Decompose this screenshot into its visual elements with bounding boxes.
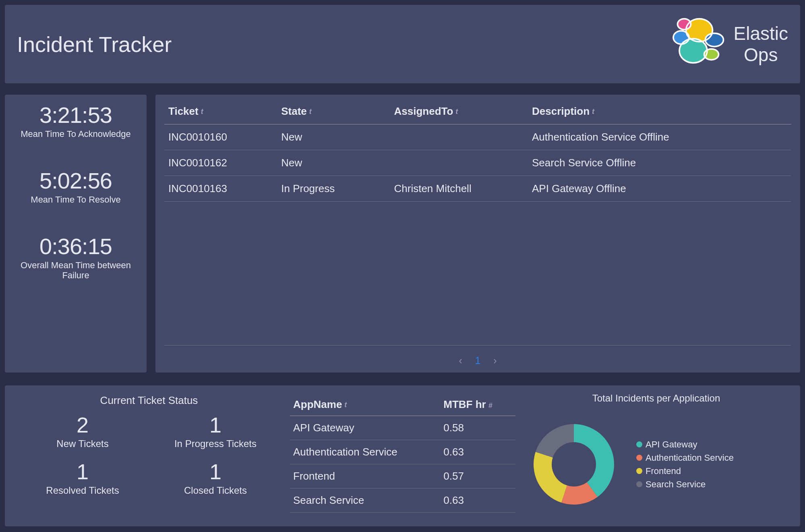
elastic-logo-icon <box>666 13 726 75</box>
stat-label: Resolved Tickets <box>16 485 149 496</box>
legend-item[interactable]: API Gateway <box>636 438 734 451</box>
table-row[interactable]: API Gateway 0.58 <box>290 416 515 440</box>
cell-assigned <box>390 150 528 176</box>
table-row[interactable]: Search Service 0.63 <box>290 489 515 513</box>
cell-ticket: INC0010163 <box>164 176 277 202</box>
cell-ticket: INC0010160 <box>164 124 277 150</box>
col-state[interactable]: Statet <box>277 98 390 124</box>
cell-assigned: Christen Mitchell <box>390 176 528 202</box>
cell-state: New <box>277 150 390 176</box>
page-title: Incident Tracker <box>17 32 666 57</box>
legend-label: Search Service <box>646 478 706 491</box>
legend-swatch-icon <box>636 468 642 474</box>
stat-number: 1 <box>16 459 149 484</box>
metric-mtta: 3:21:53 Mean Time To Acknowledge <box>5 102 147 139</box>
pager-prev-icon[interactable]: ‹ <box>453 354 468 366</box>
ticket-status-title: Current Ticket Status <box>16 391 282 408</box>
stat-label: In Progress Tickets <box>149 438 282 449</box>
pager: ‹ 1 › <box>164 351 791 368</box>
col-assigned[interactable]: AssignedTot <box>390 98 528 124</box>
stat-inprogress-tickets: 1 In Progress Tickets <box>149 412 282 449</box>
cell-mtbf: 0.63 <box>440 440 515 464</box>
stat-number: 1 <box>149 412 282 437</box>
cell-app: Search Service <box>290 489 440 513</box>
col-description[interactable]: Descriptiont <box>528 98 791 124</box>
cell-assigned <box>390 124 528 150</box>
metric-mtbf: 0:36:15 Overall Mean Time between Failur… <box>5 233 147 281</box>
stat-resolved-tickets: 1 Resolved Tickets <box>16 459 149 496</box>
mtbf-label: Overall Mean Time between Failure <box>5 260 147 281</box>
legend-swatch-icon <box>636 481 642 487</box>
tickets-table: Tickett Statet AssignedTot Descriptiont <box>164 98 791 202</box>
ticket-status-box: Current Ticket Status 2 New Tickets 1 In… <box>16 391 282 521</box>
brand-line1: Elastic <box>734 23 788 44</box>
stat-number: 1 <box>149 459 282 484</box>
donut-chart-icon <box>524 414 624 515</box>
legend-label: API Gateway <box>646 438 697 451</box>
brand-block: Elastic Ops <box>666 13 788 75</box>
cell-desc: Authentication Service Offline <box>528 124 791 150</box>
brand-line2: Ops <box>734 44 788 66</box>
mttr-label: Mean Time To Resolve <box>5 195 147 205</box>
brand-text: Elastic Ops <box>734 23 788 66</box>
number-type-icon: # <box>488 402 493 410</box>
legend-item[interactable]: Search Service <box>636 478 734 491</box>
header-panel: Incident Tracker <box>5 5 800 83</box>
table-row[interactable]: Frontend 0.57 <box>290 464 515 489</box>
donut-box: Total Incidents per Application API Gate… <box>524 391 789 521</box>
mtta-value: 3:21:53 <box>5 102 147 128</box>
table-spacer <box>164 202 791 346</box>
text-type-icon: t <box>344 401 347 409</box>
mtbf-table: AppNamet MTBF hr# API Gateway 0.58 Authe… <box>290 393 515 513</box>
table-row[interactable]: Authentication Service 0.63 <box>290 440 515 464</box>
pager-next-icon[interactable]: › <box>488 354 503 366</box>
table-row[interactable]: INC0010160 New Authentication Service Of… <box>164 124 791 150</box>
metric-mttr: 5:02:56 Mean Time To Resolve <box>5 168 147 205</box>
cell-desc: API Gateway Offline <box>528 176 791 202</box>
col-appname[interactable]: AppNamet <box>290 393 440 416</box>
cell-app: Authentication Service <box>290 440 440 464</box>
mtbf-table-box: AppNamet MTBF hr# API Gateway 0.58 Authe… <box>290 391 515 521</box>
cell-state: New <box>277 124 390 150</box>
cell-app: Frontend <box>290 464 440 489</box>
dashboard-page: Incident Tracker <box>0 0 805 532</box>
cell-mtbf: 0.58 <box>440 416 515 440</box>
donut-title: Total Incidents per Application <box>524 391 789 408</box>
legend-item[interactable]: Authentication Service <box>636 451 734 464</box>
table-row[interactable]: INC0010163 In Progress Christen Mitchell… <box>164 176 791 202</box>
cell-desc: Search Service Offline <box>528 150 791 176</box>
legend-swatch-icon <box>636 441 642 447</box>
table-row[interactable]: INC0010162 New Search Service Offline <box>164 150 791 176</box>
svg-point-12 <box>552 442 596 486</box>
stat-closed-tickets: 1 Closed Tickets <box>149 459 282 496</box>
stat-new-tickets: 2 New Tickets <box>16 412 149 449</box>
cell-mtbf: 0.63 <box>440 489 515 513</box>
tickets-header-row: Tickett Statet AssignedTot Descriptiont <box>164 98 791 124</box>
mtta-label: Mean Time To Acknowledge <box>5 129 147 139</box>
metrics-panel: 3:21:53 Mean Time To Acknowledge 5:02:56… <box>5 95 147 373</box>
tickets-panel: Tickett Statet AssignedTot Descriptiont <box>155 95 800 373</box>
pager-current-page[interactable]: 1 <box>471 354 484 366</box>
donut-legend: API Gateway Authentication Service Front… <box>636 438 734 491</box>
bottom-panel: Current Ticket Status 2 New Tickets 1 In… <box>5 385 800 526</box>
text-type-icon: t <box>455 108 458 116</box>
col-ticket[interactable]: Tickett <box>164 98 277 124</box>
text-type-icon: t <box>201 108 203 116</box>
text-type-icon: t <box>592 108 594 116</box>
legend-swatch-icon <box>636 455 642 461</box>
legend-item[interactable]: Frontend <box>636 464 734 478</box>
legend-label: Authentication Service <box>646 451 734 464</box>
stat-label: New Tickets <box>16 438 149 449</box>
cell-mtbf: 0.57 <box>440 464 515 489</box>
legend-label: Frontend <box>646 464 681 478</box>
col-mtbf[interactable]: MTBF hr# <box>440 393 515 416</box>
mttr-value: 5:02:56 <box>5 168 147 194</box>
cell-app: API Gateway <box>290 416 440 440</box>
cell-ticket: INC0010162 <box>164 150 277 176</box>
mtbf-value: 0:36:15 <box>5 233 147 259</box>
stat-number: 2 <box>16 412 149 437</box>
text-type-icon: t <box>309 108 312 116</box>
cell-state: In Progress <box>277 176 390 202</box>
stat-label: Closed Tickets <box>149 485 282 496</box>
